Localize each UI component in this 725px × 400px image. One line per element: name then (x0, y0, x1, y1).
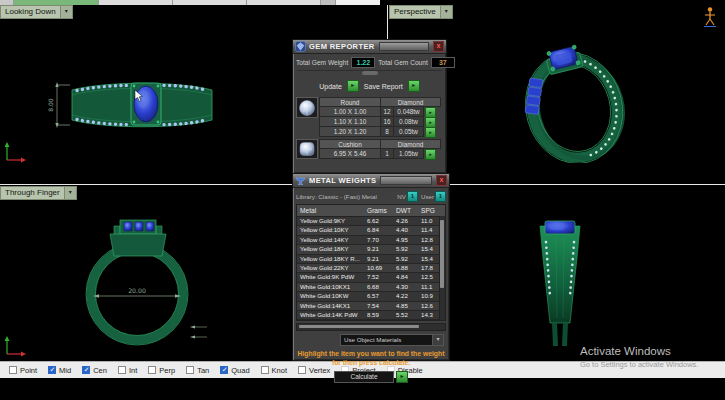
checkbox (82, 366, 90, 374)
gem-row[interactable]: 1.10 X 1.10 16 0.08tw ▸ (319, 117, 441, 127)
osnap-knot[interactable]: Knot (261, 366, 287, 375)
total-gem-weight-value: 1.22 (351, 57, 375, 68)
total-gem-count-value: 37 (431, 57, 455, 68)
panel-collapse-handle[interactable] (297, 70, 442, 77)
vertical-scrollbar[interactable] (439, 216, 445, 320)
total-gem-count-label: Total Gem Count (378, 59, 427, 66)
checkbox (220, 366, 228, 374)
ring-perspective-view (512, 38, 642, 163)
toggle-nv-button[interactable]: 1 (407, 191, 418, 202)
close-icon[interactable]: x (433, 41, 444, 52)
gem-reporter-title: GEM REPORTER (309, 42, 375, 51)
dimension-20 (93, 294, 181, 298)
gem-row-go-icon[interactable]: ▸ (425, 127, 436, 138)
metal-table-header: Metal Grams DWT SPG (297, 205, 445, 217)
osnap-int[interactable]: Int (118, 366, 137, 375)
axis-figure-icon (700, 6, 720, 28)
metal-table: Metal Grams DWT SPG Yellow Gold:9KY6.624… (296, 204, 446, 321)
tab-clipped[interactable] (173, 0, 247, 5)
checkbox (48, 366, 56, 374)
height-dimension-text: 8.00 (47, 98, 54, 112)
viewport-label-perspective[interactable]: Perspective ▾ (389, 5, 453, 19)
axis-gizmo-icon (3, 334, 29, 359)
viewport-label-looking-down[interactable]: Looking Down ▾ (0, 5, 73, 19)
gem-shape-header: Round (319, 97, 381, 107)
toggle-nv-label: NV (397, 193, 406, 200)
gem-shape-header: Cushion (319, 139, 381, 149)
gem-material-header: Diamond (381, 139, 441, 149)
checkbox (118, 366, 126, 374)
tab-clipped[interactable] (321, 0, 336, 5)
axis-gizmo-icon (3, 140, 29, 165)
chevron-down-icon[interactable]: ▾ (60, 6, 72, 18)
tab-clipped[interactable] (99, 0, 173, 5)
instruction-text: Highlight the item you want to find the … (293, 347, 449, 368)
update-go-icon[interactable]: ▸ (347, 80, 359, 92)
cushion-gem-thumbnail[interactable] (296, 139, 318, 159)
gem-group-cushion: Cushion Diamond 6.95 X 5.46 1 1.05tw ▸ (296, 139, 443, 159)
toggle-user-label: User (421, 193, 434, 200)
gem-group-round: Round Diamond 1.00 X 1.00 12 0.048tw ▸ 1… (296, 97, 443, 137)
gem-row-go-icon[interactable]: ▸ (425, 149, 436, 160)
horizontal-scrollbar[interactable] (296, 323, 446, 331)
app-window: Looking Down ▾ Perspective ▾ Through Fin… (0, 0, 725, 400)
osnap-cen[interactable]: Cen (82, 366, 107, 375)
gem-row[interactable]: 1.00 X 1.00 12 0.048tw ▸ (319, 107, 441, 117)
gem-row[interactable]: 1.20 X 1.20 8 0.05tw ▸ (319, 127, 441, 137)
cushion-gem-icon (298, 141, 316, 157)
gem-material-header: Diamond (381, 97, 441, 107)
calculate-button[interactable]: Calculate (334, 371, 394, 383)
metal-row[interactable]: Yellow Gold:10KY6.844.4011.4 (297, 226, 445, 235)
gem-totals-row: Total Gem Weight 1.22 Total Gem Count 37 (293, 54, 446, 69)
dimension-8 (55, 82, 70, 128)
metal-row[interactable]: White Gold:10KW6.574.2210.9 (297, 292, 445, 301)
metal-weights-titlebar[interactable]: METAL WEIGHTS x (293, 174, 449, 188)
total-gem-weight-label: Total Gem Weight (296, 59, 348, 66)
chevron-down-icon[interactable]: ▾ (64, 187, 76, 199)
checkbox (148, 366, 156, 374)
checkbox (9, 366, 17, 374)
metal-row[interactable]: Yellow Gold:18KY R...9.215.9215.4 (297, 255, 445, 264)
metal-row[interactable]: White Gold:9K PdW7.524.8412.5 (297, 273, 445, 282)
ring-side-view: 8.00 (46, 76, 216, 134)
chevron-down-icon[interactable]: ▾ (440, 6, 452, 18)
metal-row[interactable]: Yellow Gold:18KY9.215.9215.4 (297, 245, 445, 254)
close-icon[interactable]: x (436, 175, 447, 186)
metal-row[interactable]: Yellow Gold:14KY7.704.9512.8 (297, 236, 445, 245)
gem-reporter-titlebar[interactable]: GEM REPORTER x (293, 40, 446, 54)
save-report-go-icon[interactable]: ▸ (408, 80, 420, 92)
library-label: Library: Classic - (Fast) Metal (296, 193, 377, 200)
gem-reporter-icon (295, 41, 306, 52)
osnap-point[interactable]: Point (9, 366, 37, 375)
osnap-quad[interactable]: Quad (220, 366, 249, 375)
osnap-tan[interactable]: Tan (186, 366, 209, 375)
metal-row[interactable]: White Gold:14K PdW8.595.5214.3 (297, 311, 445, 320)
checkbox (261, 366, 269, 374)
calculate-go-icon[interactable]: ▸ (396, 371, 408, 383)
update-button[interactable]: Update (319, 83, 342, 90)
metal-weights-title: METAL WEIGHTS (309, 176, 376, 185)
metal-row[interactable]: White Gold:14KX17.544.8512.6 (297, 302, 445, 311)
toggle-user-button[interactable]: 1 (435, 191, 446, 202)
gem-row[interactable]: 6.95 X 5.46 1 1.05tw ▸ (319, 149, 441, 159)
tab-clipped[interactable] (247, 0, 321, 5)
osnap-mid[interactable]: Mid (48, 366, 71, 375)
thickness-dimension-marks (190, 326, 207, 339)
metal-weights-icon (295, 175, 306, 186)
metal-weights-panel: METAL WEIGHTS x Library: Classic - (Fast… (292, 173, 450, 361)
metal-row[interactable]: Yellow Gold:9KY6.624.2611.0 (297, 217, 445, 226)
save-report-button[interactable]: Save Report (364, 83, 403, 90)
viewport-label-through-finger[interactable]: Through Finger ▾ (0, 186, 77, 200)
materials-dropdown[interactable]: Use Object Materials ▾ (340, 334, 444, 346)
osnap-perp[interactable]: Perp (148, 366, 175, 375)
metal-row[interactable]: White Gold:10KX16.684.3011.1 (297, 283, 445, 292)
diameter-dimension-text: 20.00 (128, 287, 146, 294)
chevron-down-icon[interactable]: ▾ (432, 335, 443, 345)
metal-row[interactable]: Yellow Gold:22KY10.696.8817.8 (297, 264, 445, 273)
center-gem-perspective (545, 44, 584, 75)
checkbox (186, 366, 194, 374)
round-gem-thumbnail[interactable] (296, 97, 318, 118)
ring-front-view: 20.00 (80, 216, 212, 350)
gem-reporter-panel: GEM REPORTER x Total Gem Weight 1.22 Tot… (292, 39, 447, 174)
round-gem-icon (298, 99, 316, 117)
